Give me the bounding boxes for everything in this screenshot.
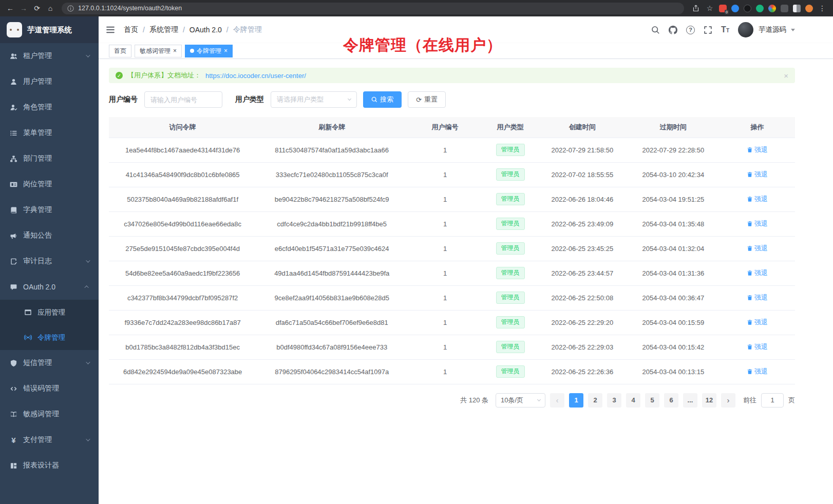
font-size-icon[interactable]: TT: [721, 26, 729, 34]
sidebar-item-menu[interactable]: 菜单管理: [0, 120, 99, 146]
bookmark-star-icon[interactable]: ☆: [705, 4, 714, 13]
page-button-3[interactable]: 3: [607, 393, 621, 408]
force-logout-button[interactable]: 强退: [747, 145, 768, 154]
list-icon: [10, 129, 17, 137]
extension-red-icon[interactable]: 0: [719, 5, 727, 12]
extension-multicolor-icon[interactable]: [768, 5, 776, 12]
sidebar-item-oauth-app[interactable]: 应用管理: [0, 300, 99, 325]
oauth-submenu: 应用管理 令牌管理: [0, 300, 99, 350]
extensions-puzzle-icon[interactable]: [781, 5, 788, 12]
doc-link[interactable]: https://doc.iocoder.cn/user-center/: [205, 72, 306, 80]
breadcrumb-home[interactable]: 首页: [124, 25, 138, 34]
actions-cell: 强退: [720, 236, 795, 261]
force-logout-button[interactable]: 强退: [747, 293, 768, 302]
sidebar-item-oauth-token[interactable]: 令牌管理: [0, 325, 99, 350]
sidebar-item-dict[interactable]: 字典管理: [0, 197, 99, 223]
browser-home-button[interactable]: ⌂: [44, 2, 56, 14]
hamburger-icon[interactable]: [106, 25, 115, 34]
extension-dark-icon[interactable]: [744, 5, 751, 12]
table-row: f9336e7c7dd242a283ee98dc86b17a87 dfa6c71…: [109, 310, 795, 335]
reset-button[interactable]: ⟳ 重置: [408, 91, 446, 108]
created-cell: 2022-06-25 22:50:08: [538, 285, 627, 310]
sidebar-item-sensitive[interactable]: 敏感词管理: [0, 401, 99, 427]
force-logout-button[interactable]: 强退: [747, 170, 768, 179]
page-button-4[interactable]: 4: [626, 393, 640, 408]
share-icon[interactable]: [691, 4, 701, 13]
chevron-down-icon: [86, 53, 90, 57]
tab-home[interactable]: 首页: [109, 45, 131, 57]
user-menu-caret-icon[interactable]: [791, 29, 795, 31]
force-logout-button[interactable]: 强退: [747, 244, 768, 253]
browser-forward-button[interactable]: →: [17, 2, 30, 14]
user-type-cell: 管理员: [483, 359, 538, 384]
browser-back-button[interactable]: ←: [4, 2, 16, 14]
breadcrumb-oauth[interactable]: OAuth 2.0: [190, 26, 222, 34]
user-id-input[interactable]: [144, 91, 222, 108]
total-count: 共 120 条: [460, 396, 488, 405]
profile-avatar-icon[interactable]: [805, 5, 813, 12]
user-type-badge: 管理员: [496, 242, 525, 255]
access-token-cell: 502375b8040a469a9b82188afdf6af1f: [109, 187, 256, 211]
sidebar-item-pay[interactable]: ¥ 支付管理: [0, 427, 99, 453]
user-avatar[interactable]: [738, 22, 753, 37]
app-logo[interactable]: 芋道管理系统: [0, 16, 99, 43]
browser-address-bar[interactable]: 127.0.0.1:1024/system/oauth2/token: [62, 3, 684, 14]
table-row: 41c41346a548490f9dc8b01c6bfe0865 333ecfc…: [109, 162, 795, 187]
expires-cell: 2054-03-04 00:15:42: [627, 335, 720, 359]
force-logout-button[interactable]: 强退: [747, 268, 768, 278]
next-page-button[interactable]: ›: [721, 393, 735, 408]
sidebar-item-post[interactable]: 岗位管理: [0, 171, 99, 197]
user-type-label: 用户类型: [235, 95, 264, 104]
table-row: c342377bf8b344799dcbf7bf095287f2 9ce8ef2…: [109, 285, 795, 310]
force-logout-button[interactable]: 强退: [747, 318, 768, 327]
page-ellipsis-button[interactable]: ...: [683, 393, 697, 408]
sidebar-item-report[interactable]: 报表设计器: [0, 453, 99, 478]
user-type-select[interactable]: 请选择用户类型: [271, 91, 357, 108]
sidebar-item-user[interactable]: 用户管理: [0, 69, 99, 94]
help-icon[interactable]: ?: [686, 26, 695, 34]
col-expires: 过期时间: [627, 117, 720, 138]
page-button-6[interactable]: 6: [664, 393, 678, 408]
sidebar-item-dept[interactable]: 部门管理: [0, 146, 99, 171]
username[interactable]: 芋道源码: [759, 25, 786, 34]
sidebar-item-sms[interactable]: 短信管理: [0, 350, 99, 376]
goto-page-input[interactable]: [761, 393, 784, 408]
browser-reload-button[interactable]: ⟳: [31, 2, 43, 14]
tab-sensitive-word[interactable]: 敏感词管理 ×: [135, 45, 182, 57]
page-button-2[interactable]: 2: [588, 393, 602, 408]
doc-alert: ✓ 【用户体系】文档地址： https://doc.iocoder.cn/use…: [109, 68, 795, 83]
force-logout-button[interactable]: 强退: [747, 342, 768, 352]
force-logout-button[interactable]: 强退: [747, 219, 768, 228]
page-size-select[interactable]: 10条/页: [496, 393, 545, 408]
browser-menu-icon[interactable]: ⋮: [818, 4, 827, 13]
force-logout-button[interactable]: 强退: [747, 367, 768, 376]
page-button-1[interactable]: 1: [569, 393, 583, 408]
sidebar-item-errcode[interactable]: 错误码管理: [0, 376, 99, 401]
fullscreen-icon[interactable]: [704, 26, 712, 34]
close-icon[interactable]: ×: [224, 48, 228, 54]
actions-cell: 强退: [720, 138, 795, 162]
sidebar-item-role[interactable]: 角色管理: [0, 94, 99, 120]
refresh-token-cell: 8796295f04064c2983414cc54af1097a: [256, 359, 407, 384]
sidebar-item-oauth[interactable]: OAuth 2.0: [0, 274, 99, 300]
table-row: c347026e805e4d99b0d116eae66eda8c cdfc4ce…: [109, 211, 795, 236]
github-icon[interactable]: [669, 26, 677, 34]
sidebar-item-audit[interactable]: 审计日志: [0, 248, 99, 274]
sidebar-item-notice[interactable]: 通知公告: [0, 223, 99, 248]
close-icon[interactable]: ×: [173, 48, 177, 54]
sidebar-item-tenant[interactable]: 租户管理: [0, 43, 99, 69]
extension-green-icon[interactable]: [756, 5, 764, 12]
search-button[interactable]: 搜索: [363, 91, 402, 108]
page-button-5[interactable]: 5: [645, 393, 659, 408]
prev-page-button[interactable]: ‹: [550, 393, 564, 408]
tab-token[interactable]: 令牌管理 ×: [185, 45, 233, 57]
extension-blue-icon[interactable]: [731, 5, 739, 12]
force-logout-button[interactable]: 强退: [747, 195, 768, 204]
site-info-icon[interactable]: [67, 5, 74, 12]
split-view-icon[interactable]: [793, 5, 801, 12]
alert-close-icon[interactable]: ×: [784, 72, 788, 80]
breadcrumb-system[interactable]: 系统管理: [149, 25, 178, 34]
search-icon[interactable]: [651, 26, 660, 34]
active-dot-icon: [190, 49, 194, 53]
page-button-12[interactable]: 12: [702, 393, 716, 408]
